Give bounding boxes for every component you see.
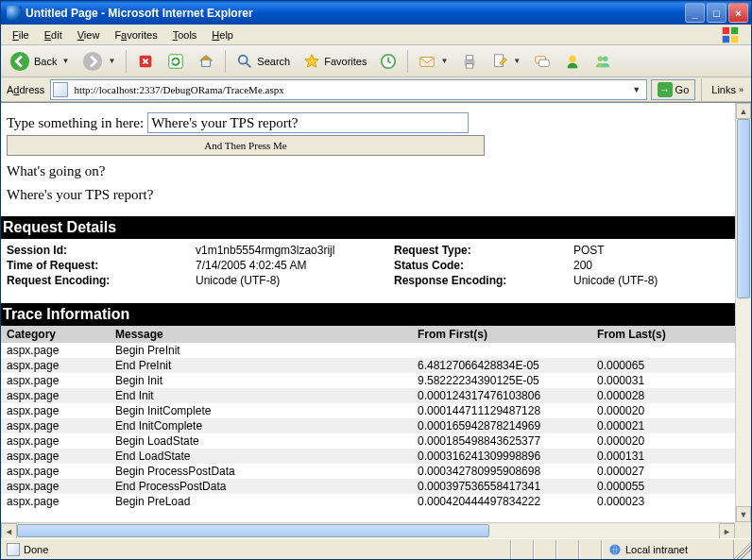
zone-icon [608, 543, 622, 556]
titlebar[interactable]: Untitled Page - Microsoft Internet Explo… [1, 1, 751, 25]
resize-grip[interactable] [734, 540, 751, 559]
stop-button[interactable] [132, 49, 159, 74]
trace-cell-last [591, 343, 735, 358]
links-button[interactable]: Links » [708, 84, 747, 95]
scroll-down-icon[interactable]: ▼ [736, 506, 751, 522]
trace-cell-first: 0.000420444497834222 [412, 494, 591, 509]
scroll-thumb-vertical[interactable] [737, 119, 750, 298]
svg-point-8 [239, 55, 248, 63]
col-from-last: From Last(s) [591, 326, 735, 343]
forward-button[interactable]: ▼ [77, 49, 120, 74]
label-req-encoding: Request Encoding: [1, 273, 190, 288]
output-line-2: Where's your TPS report? [7, 187, 729, 203]
menu-help[interactable]: Help [204, 27, 241, 42]
back-button[interactable]: Back ▼ [5, 49, 74, 74]
discuss-button[interactable] [529, 49, 555, 74]
back-label: Back [34, 56, 57, 67]
edit-button[interactable]: ▼ [487, 49, 525, 74]
chevron-right-icon: » [739, 85, 743, 94]
minimize-button[interactable]: _ [685, 3, 705, 23]
trace-cell-cat: aspx.page [1, 388, 110, 403]
address-dropdown-icon[interactable]: ▼ [629, 85, 644, 94]
search-button[interactable]: Search [231, 49, 295, 74]
print-button[interactable] [456, 49, 483, 74]
vertical-scrollbar[interactable]: ▲ ▼ [735, 103, 751, 522]
scroll-up-icon[interactable]: ▲ [736, 103, 751, 119]
history-icon [380, 53, 397, 70]
trace-cell-last: 0.000027 [591, 464, 735, 479]
go-icon: → [658, 82, 673, 97]
trace-cell-msg: Begin LoadState [110, 433, 412, 449]
output-line-1: What's going on? [7, 163, 729, 179]
trace-cell-cat: aspx.page [1, 464, 110, 479]
trace-cell-msg: End InitComplete [110, 418, 412, 433]
close-button[interactable]: × [728, 3, 748, 23]
address-input[interactable] [72, 83, 628, 96]
menu-favorites[interactable]: Favorites [107, 27, 164, 42]
value-status-code: 200 [568, 258, 735, 273]
maximize-button[interactable]: □ [707, 3, 726, 23]
refresh-button[interactable] [162, 49, 189, 74]
refresh-icon [167, 53, 184, 70]
trace-cell-msg: End Init [110, 388, 412, 403]
forward-dropdown-icon[interactable]: ▼ [108, 57, 115, 65]
trace-cell-first: 0.000165942878214969 [412, 418, 591, 433]
forward-icon [82, 51, 103, 72]
scroll-corner [735, 522, 751, 538]
label-time: Time of Request: [1, 258, 190, 273]
svg-point-5 [83, 51, 102, 70]
scroll-thumb-horizontal[interactable] [17, 524, 489, 537]
mail-dropdown-icon[interactable]: ▼ [440, 57, 448, 65]
horizontal-scrollbar[interactable]: ◄ ► [1, 522, 735, 538]
go-button[interactable]: → Go [651, 79, 696, 100]
menu-view[interactable]: View [70, 27, 108, 42]
trace-cell-msg: Begin PreLoad [110, 494, 412, 509]
trace-row: aspx.pageEnd PreInit6.48127066428834E-05… [1, 358, 735, 373]
people-button[interactable] [590, 49, 616, 74]
menu-edit[interactable]: Edit [37, 27, 70, 42]
print-icon [461, 53, 478, 70]
page-body: Type something in here: And Then Press M… [1, 103, 735, 522]
menubar: File Edit View Favorites Tools Help [1, 25, 751, 45]
toolbar: Back ▼ ▼ Search Favorites [1, 45, 751, 77]
back-dropdown-icon[interactable]: ▼ [61, 57, 69, 65]
mail-button[interactable]: ▼ [414, 49, 453, 74]
trace-cell-first: 0.000144711129487128 [412, 403, 591, 418]
trace-cell-last: 0.000028 [591, 388, 735, 403]
address-label: Address [5, 84, 46, 95]
value-request-type: POST [568, 243, 735, 258]
favorites-button[interactable]: Favorites [299, 49, 371, 74]
trace-row: aspx.pageBegin InitComplete0.00014471112… [1, 403, 735, 418]
col-message: Message [110, 326, 412, 343]
trace-cell-last: 0.000055 [591, 479, 735, 494]
trace-body: aspx.pageBegin PreInitaspx.pageEnd PreIn… [7, 343, 729, 509]
trace-cell-first: 6.48127066428834E-05 [412, 358, 591, 373]
messenger-icon [564, 53, 581, 70]
trace-cell-cat: aspx.page [1, 433, 110, 449]
menu-file[interactable]: File [5, 27, 37, 42]
address-bar: Address ▼ → Go Links » [1, 77, 751, 102]
trace-row: aspx.pageEnd InitComplete0.0001659428782… [1, 418, 735, 433]
text-input[interactable] [147, 112, 469, 133]
trace-cell-cat: aspx.page [1, 418, 110, 433]
edit-icon [491, 53, 508, 70]
links-label: Links [711, 84, 736, 95]
people-icon [594, 53, 611, 70]
submit-button[interactable]: And Then Press Me [7, 135, 485, 156]
address-box[interactable]: ▼ [50, 79, 646, 100]
label-session-id: Session Id: [1, 243, 190, 258]
scroll-left-icon[interactable]: ◄ [1, 523, 17, 538]
trace-cell-msg: Begin ProcessPostData [110, 464, 412, 479]
scroll-right-icon[interactable]: ► [719, 523, 735, 538]
zone-label: Local intranet [625, 544, 688, 555]
menu-tools[interactable]: Tools [165, 27, 205, 42]
home-button[interactable] [193, 49, 219, 74]
discuss-icon [534, 53, 551, 70]
history-button[interactable] [375, 49, 402, 74]
svg-rect-10 [420, 57, 434, 66]
value-req-encoding: Unicode (UTF-8) [190, 273, 388, 288]
messenger-button[interactable] [559, 49, 586, 74]
status-cell-3 [556, 540, 579, 559]
trace-cell-cat: aspx.page [1, 449, 110, 464]
edit-dropdown-icon[interactable]: ▼ [513, 57, 521, 65]
